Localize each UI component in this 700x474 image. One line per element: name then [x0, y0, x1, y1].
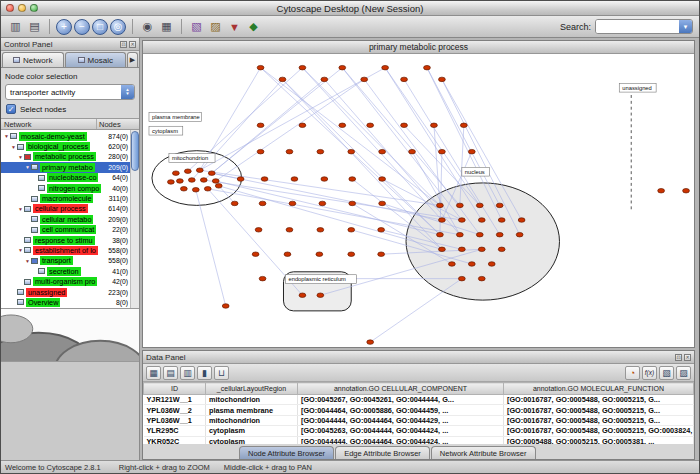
graph-node[interactable] [184, 169, 191, 173]
tree-scrollbar-thumb[interactable] [131, 131, 139, 171]
tree-item-nitrogen-compo[interactable]: nitrogen compo40(0) [1, 183, 130, 193]
graph-node[interactable] [212, 179, 219, 183]
graph-node[interactable] [439, 149, 446, 153]
graph-node[interactable] [279, 77, 286, 81]
expander-icon[interactable]: ▼ [24, 258, 31, 264]
tree-header-nodes[interactable]: Nodes [97, 120, 139, 129]
tree-item-secretion[interactable]: secretion41(0) [1, 266, 130, 276]
graph-edge[interactable] [200, 68, 385, 171]
more-tabs-button[interactable]: ▶ [127, 52, 138, 67]
graph-node[interactable] [382, 65, 389, 69]
graph-node[interactable] [437, 232, 444, 236]
birds-eye-view[interactable] [1, 308, 139, 362]
table-cell[interactable]: mitochondrion [206, 395, 298, 405]
graph-node[interactable] [478, 218, 485, 222]
tree-item-response-to-stimu[interactable]: response to stimu38(0) [1, 235, 130, 245]
graph-node[interactable] [259, 276, 266, 280]
tree-item-cell-communicat[interactable]: cell communicat22(0) [1, 225, 130, 235]
tree-item-cellular-metabo[interactable]: cellular metabo209(0) [1, 214, 130, 224]
table-cell[interactable]: YLR295C [144, 426, 206, 436]
column-header-cellularlayoutregion[interactable]: _cellularLayoutRegion [206, 383, 298, 395]
close-data-panel-button[interactable]: ✕ [684, 354, 691, 361]
float-panel-button[interactable]: ⊡ [120, 41, 127, 48]
tree-item-establishment-of-lo[interactable]: ▼establishment of lo558(0) [1, 245, 130, 255]
table-cell[interactable]: [GO:0005488, GO:0005215, GO:0005381, ... [504, 436, 694, 444]
delete-attribute-icon[interactable]: ⊔ [214, 366, 229, 380]
graph-edge[interactable] [196, 190, 226, 306]
tree-item-transport[interactable]: ▼transport558(0) [1, 256, 130, 266]
table-cell[interactable]: plasma membrane [206, 405, 298, 415]
graph-node[interactable] [284, 252, 291, 256]
tree-item-macromolecule[interactable]: macromolecule311(0) [1, 193, 130, 203]
table-cell[interactable]: [GO:0016787, GO:0005488, GO:0005215, GO:… [504, 426, 694, 436]
graph-node[interactable] [401, 123, 408, 127]
tree-item-unassigned[interactable]: unassigned223(0) [1, 287, 130, 297]
table-cell[interactable]: YPL036W__1 [144, 415, 206, 425]
zoom-window-button[interactable] [30, 4, 38, 12]
graph-node[interactable] [339, 65, 346, 69]
table-cell[interactable]: mitochondrion [206, 415, 298, 425]
table-cell[interactable]: cytoplasm [206, 426, 298, 436]
create-attribute-icon[interactable]: ▤ [163, 366, 178, 380]
column-header-annotation-go-molecular-function[interactable]: annotation.GO MOLECULAR_FUNCTION [504, 383, 694, 395]
graph-node[interactable] [437, 203, 444, 207]
graph-node[interactable] [176, 179, 183, 183]
graph-node[interactable] [289, 201, 296, 205]
graph-node[interactable] [518, 218, 525, 222]
filter-icon[interactable]: ▼ [226, 18, 243, 35]
expander-icon[interactable]: ▼ [17, 247, 24, 253]
graph-edge[interactable] [434, 125, 440, 205]
graph-node[interactable] [498, 247, 505, 251]
graph-node[interactable] [348, 149, 355, 153]
table-row[interactable]: YPL036W__1mitochondrion[GO:0044444, GO:0… [144, 415, 694, 425]
graph-node[interactable] [458, 276, 465, 280]
graph-node[interactable] [516, 232, 523, 236]
graph-node[interactable] [196, 168, 203, 172]
graph-node[interactable] [379, 149, 386, 153]
graph-node[interactable] [339, 123, 346, 127]
tree-item-metabolic-process[interactable]: ▼metabolic process280(0) [1, 152, 130, 162]
graph-node[interactable] [658, 188, 665, 192]
minimize-window-button[interactable] [18, 4, 26, 12]
graph-node[interactable] [299, 293, 306, 297]
graph-node[interactable] [458, 218, 465, 222]
graph-node[interactable] [349, 201, 356, 205]
zoom-selected-icon[interactable]: □ [92, 19, 108, 35]
tree-item-overview[interactable]: Overview8(0) [1, 297, 130, 307]
graph-node[interactable] [460, 123, 467, 127]
expander-icon[interactable]: ▼ [10, 144, 17, 150]
annotation-icon[interactable]: ▨ [207, 18, 224, 35]
table-cell[interactable]: [GO:0044444, GO:0044464, GO:0044424, ... [298, 436, 504, 444]
graph-node[interactable] [286, 149, 293, 153]
graph-node[interactable] [257, 149, 264, 153]
graph-node[interactable] [188, 178, 195, 182]
graph-node[interactable] [456, 203, 463, 207]
tab-mosaic[interactable]: Mosaic [65, 52, 127, 67]
tree-item-primary-metabo[interactable]: ▼primary metabo209(0) [1, 162, 130, 172]
network-view-title[interactable]: primary metabolic process [143, 41, 694, 54]
graph-node[interactable] [348, 252, 355, 256]
graph-node[interactable] [439, 77, 446, 81]
graph-node[interactable] [259, 201, 266, 205]
graph-node[interactable] [496, 203, 503, 207]
table-cell[interactable]: [GO:0016787, GO:0005488, GO:0005215, G..… [504, 405, 694, 415]
select-nodes-checkbox[interactable]: ✓ [6, 104, 16, 114]
table-cell[interactable]: [GO:0044464, GO:0005886, GO:0044459, ... [298, 405, 504, 415]
graph-node[interactable] [215, 184, 222, 188]
graph-node[interactable] [683, 188, 690, 192]
graph-edge[interactable] [385, 68, 480, 206]
node-color-select[interactable]: transporter activity ▲▼ [5, 84, 135, 100]
graph-node[interactable] [317, 149, 324, 153]
tab-network[interactable]: Network [2, 52, 64, 67]
expander-icon[interactable]: ▼ [3, 133, 10, 139]
graph-node[interactable] [291, 177, 298, 181]
expander-icon[interactable]: ▼ [17, 154, 24, 160]
graph-node[interactable] [401, 77, 408, 81]
graph-node[interactable] [431, 123, 438, 127]
graph-node[interactable] [439, 218, 446, 222]
network-canvas[interactable]: plasma membranecytoplasmmitochondrionnuc… [143, 54, 694, 347]
graph-node[interactable] [255, 228, 262, 232]
table-cell[interactable]: [GO:0045267, GO:0045261, GO:0044444, G..… [298, 395, 504, 405]
table-cell[interactable]: [GO:0016787, GO:0005488, GO:0005215, G..… [504, 395, 694, 405]
graph-node[interactable] [468, 149, 475, 153]
